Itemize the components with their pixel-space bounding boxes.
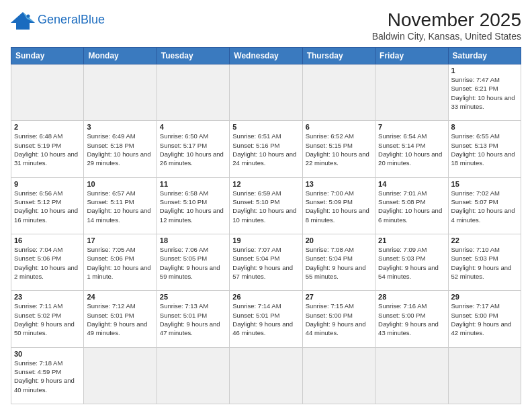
calendar-day-cell: 8Sunrise: 6:55 AM Sunset: 5:13 PM Daylig… [448,121,521,177]
calendar-day-cell: 3Sunrise: 6:49 AM Sunset: 5:18 PM Daylig… [84,121,157,177]
calendar-title: November 2025 [372,9,521,31]
day-info: Sunrise: 6:54 AM Sunset: 5:14 PM Dayligh… [378,132,445,167]
day-info: Sunrise: 7:01 AM Sunset: 5:08 PM Dayligh… [378,189,445,224]
day-info: Sunrise: 6:59 AM Sunset: 5:10 PM Dayligh… [232,189,299,224]
svg-point-2 [27,15,30,18]
day-number: 29 [451,293,518,301]
weekday-header-cell: Thursday [302,48,375,64]
calendar-week-row: 1Sunrise: 7:47 AM Sunset: 6:21 PM Daylig… [11,64,521,121]
calendar-day-cell [230,64,302,121]
day-number: 21 [378,236,445,244]
calendar-subtitle: Baldwin City, Kansas, United States [372,31,521,42]
day-number: 9 [14,180,81,188]
day-info: Sunrise: 6:50 AM Sunset: 5:17 PM Dayligh… [160,132,226,167]
calendar-day-cell: 2Sunrise: 6:48 AM Sunset: 5:19 PM Daylig… [11,121,84,177]
day-info: Sunrise: 7:15 AM Sunset: 5:00 PM Dayligh… [306,302,372,337]
calendar-day-cell [11,64,84,121]
weekday-header-cell: Saturday [448,48,521,64]
calendar-day-cell [375,64,448,121]
calendar-day-cell: 10Sunrise: 6:57 AM Sunset: 5:11 PM Dayli… [84,177,157,234]
day-number: 3 [87,123,153,131]
day-info: Sunrise: 6:51 AM Sunset: 5:16 PM Dayligh… [232,132,299,167]
day-info: Sunrise: 6:58 AM Sunset: 5:10 PM Dayligh… [160,189,226,224]
day-number: 10 [87,180,153,188]
day-info: Sunrise: 7:00 AM Sunset: 5:09 PM Dayligh… [306,189,372,224]
page: GeneralBlue November 2025 Baldwin City, … [0,0,532,411]
day-number: 30 [14,350,81,358]
calendar-day-cell: 15Sunrise: 7:02 AM Sunset: 5:07 PM Dayli… [448,177,521,234]
day-info: Sunrise: 7:10 AM Sunset: 5:03 PM Dayligh… [451,245,518,281]
day-number: 8 [451,123,518,131]
calendar-day-cell: 7Sunrise: 6:54 AM Sunset: 5:14 PM Daylig… [375,121,448,177]
calendar-day-cell: 23Sunrise: 7:11 AM Sunset: 5:02 PM Dayli… [11,291,84,347]
calendar-day-cell [448,347,521,404]
calendar-day-cell: 24Sunrise: 7:12 AM Sunset: 5:01 PM Dayli… [84,291,157,347]
day-number: 16 [14,236,81,244]
calendar-day-cell: 25Sunrise: 7:13 AM Sunset: 5:01 PM Dayli… [157,291,229,347]
day-number: 24 [87,293,153,301]
day-info: Sunrise: 6:57 AM Sunset: 5:11 PM Dayligh… [87,189,153,224]
calendar-day-cell: 20Sunrise: 7:08 AM Sunset: 5:04 PM Dayli… [302,234,375,290]
calendar-day-cell: 13Sunrise: 7:00 AM Sunset: 5:09 PM Dayli… [302,177,375,234]
calendar-day-cell [84,347,157,404]
day-number: 6 [306,123,372,131]
day-info: Sunrise: 7:16 AM Sunset: 5:00 PM Dayligh… [378,302,445,337]
day-info: Sunrise: 6:55 AM Sunset: 5:13 PM Dayligh… [451,132,518,167]
day-info: Sunrise: 7:05 AM Sunset: 5:06 PM Dayligh… [87,245,153,281]
calendar-day-cell [302,347,375,404]
day-info: Sunrise: 7:12 AM Sunset: 5:01 PM Dayligh… [87,302,153,337]
calendar-day-cell: 22Sunrise: 7:10 AM Sunset: 5:03 PM Dayli… [448,234,521,290]
day-number: 28 [378,293,445,301]
day-number: 19 [232,236,299,244]
calendar-day-cell: 9Sunrise: 6:56 AM Sunset: 5:12 PM Daylig… [11,177,84,234]
day-info: Sunrise: 7:04 AM Sunset: 5:06 PM Dayligh… [14,245,81,281]
day-number: 20 [306,236,372,244]
day-number: 14 [378,180,445,188]
weekday-header-row: SundayMondayTuesdayWednesdayThursdayFrid… [11,48,521,64]
day-number: 13 [306,180,372,188]
calendar-week-row: 30Sunrise: 7:18 AM Sunset: 4:59 PM Dayli… [11,347,521,404]
calendar-day-cell [157,347,229,404]
day-info: Sunrise: 7:17 AM Sunset: 5:00 PM Dayligh… [451,302,518,337]
calendar-day-cell: 1Sunrise: 7:47 AM Sunset: 6:21 PM Daylig… [448,64,521,121]
calendar-day-cell: 19Sunrise: 7:07 AM Sunset: 5:04 PM Dayli… [230,234,302,290]
calendar-day-cell: 29Sunrise: 7:17 AM Sunset: 5:00 PM Dayli… [448,291,521,347]
calendar-day-cell: 12Sunrise: 6:59 AM Sunset: 5:10 PM Dayli… [230,177,302,234]
logo-general: General [38,13,81,26]
day-number: 4 [160,123,226,131]
calendar-week-row: 16Sunrise: 7:04 AM Sunset: 5:06 PM Dayli… [11,234,521,290]
calendar-day-cell: 27Sunrise: 7:15 AM Sunset: 5:00 PM Dayli… [302,291,375,347]
calendar-day-cell: 14Sunrise: 7:01 AM Sunset: 5:08 PM Dayli… [375,177,448,234]
day-number: 26 [232,293,299,301]
calendar-day-cell: 11Sunrise: 6:58 AM Sunset: 5:10 PM Dayli… [157,177,229,234]
day-number: 7 [378,123,445,131]
calendar-day-cell: 6Sunrise: 6:52 AM Sunset: 5:15 PM Daylig… [302,121,375,177]
day-number: 15 [451,180,518,188]
logo-icon [11,9,35,31]
day-info: Sunrise: 6:48 AM Sunset: 5:19 PM Dayligh… [14,132,81,167]
calendar-day-cell: 18Sunrise: 7:06 AM Sunset: 5:05 PM Dayli… [157,234,229,290]
calendar-day-cell [302,64,375,121]
calendar-day-cell: 16Sunrise: 7:04 AM Sunset: 5:06 PM Dayli… [11,234,84,290]
day-number: 22 [451,236,518,244]
day-info: Sunrise: 7:08 AM Sunset: 5:04 PM Dayligh… [306,245,372,281]
day-info: Sunrise: 7:11 AM Sunset: 5:02 PM Dayligh… [14,302,81,337]
header: GeneralBlue November 2025 Baldwin City, … [11,9,521,42]
logo: GeneralBlue [11,9,105,31]
weekday-header-cell: Monday [84,48,157,64]
calendar-day-cell: 26Sunrise: 7:14 AM Sunset: 5:01 PM Dayli… [230,291,302,347]
day-number: 23 [14,293,81,301]
day-number: 5 [232,123,299,131]
day-number: 12 [232,180,299,188]
day-number: 1 [451,66,518,75]
calendar-day-cell: 30Sunrise: 7:18 AM Sunset: 4:59 PM Dayli… [11,347,84,404]
title-block: November 2025 Baldwin City, Kansas, Unit… [372,9,521,42]
day-info: Sunrise: 7:13 AM Sunset: 5:01 PM Dayligh… [160,302,226,337]
day-info: Sunrise: 7:14 AM Sunset: 5:01 PM Dayligh… [232,302,299,337]
calendar-week-row: 2Sunrise: 6:48 AM Sunset: 5:19 PM Daylig… [11,121,521,177]
weekday-header-cell: Friday [375,48,448,64]
day-info: Sunrise: 6:56 AM Sunset: 5:12 PM Dayligh… [14,189,81,224]
day-number: 11 [160,180,226,188]
calendar-table: SundayMondayTuesdayWednesdayThursdayFrid… [11,47,521,404]
calendar-day-cell: 4Sunrise: 6:50 AM Sunset: 5:17 PM Daylig… [157,121,229,177]
